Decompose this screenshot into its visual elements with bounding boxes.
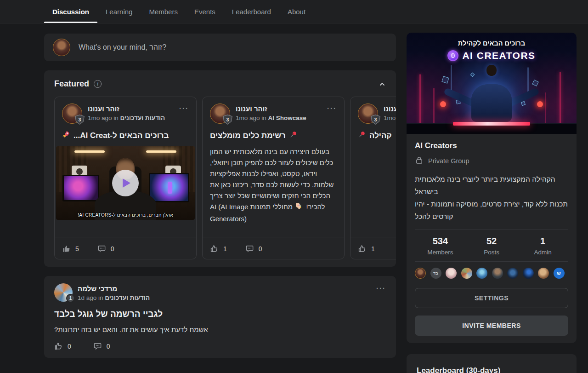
- featured-card-welcome[interactable]: 3 זוהר וענונו 1mo ago in הודעות ועדכונים…: [54, 97, 197, 259]
- post-composer[interactable]: What's on your mind, זוהר?: [44, 34, 396, 61]
- comment-icon[interactable]: [97, 244, 106, 253]
- play-button-icon[interactable]: [112, 170, 139, 196]
- figure-hand: [537, 101, 543, 107]
- author-avatar[interactable]: 3: [62, 103, 82, 124]
- group-stats: 534 Members 52 Posts 1 Admin: [415, 230, 568, 261]
- post-meta: 1mo ago in AI Showcase: [236, 115, 306, 121]
- video-thumbnail[interactable]: אהלן חברים, ברוכים הבאים ל-AI CREATORS!: [56, 146, 195, 220]
- chevron-up-icon[interactable]: [379, 80, 386, 88]
- tab-members[interactable]: Members: [141, 0, 186, 23]
- comment-icon[interactable]: [93, 342, 102, 350]
- group-cover-image[interactable]: ברוכים הבאים לקהילת AI CREATORS: [407, 33, 577, 134]
- invite-members-button[interactable]: INVITE MEMBERS: [415, 316, 568, 336]
- level-badge: 1: [66, 294, 75, 303]
- palette-icon: [296, 202, 303, 213]
- tab-learning[interactable]: Learning: [97, 0, 141, 23]
- member-avatar[interactable]: ש: [554, 268, 565, 279]
- top-nav: Discussion Learning Members Events Leade…: [0, 0, 588, 23]
- video-caption: אהלן חברים, ברוכים הבאים ל-AI CREATORS!: [56, 212, 195, 218]
- level-badge: 3: [371, 115, 380, 125]
- user-avatar[interactable]: [53, 39, 70, 56]
- featured-title: Featured: [54, 79, 89, 89]
- author-avatar[interactable]: 1: [54, 283, 73, 302]
- author-name[interactable]: זוהר וענונו: [88, 105, 165, 113]
- post-title: ברוכים הבאים ל-AI Creat...: [55, 131, 196, 141]
- category-link[interactable]: הודעות ועדכונים: [105, 294, 150, 301]
- member-avatar[interactable]: [523, 268, 534, 279]
- figure-head: [486, 65, 497, 76]
- more-menu-icon[interactable]: ···: [179, 103, 189, 112]
- level-badge: 3: [223, 115, 232, 125]
- tab-about[interactable]: About: [279, 0, 314, 23]
- leaderboard-card: Leaderboard (30-days): [407, 354, 577, 373]
- group-description: הקהילה המקצועית ביותר ליוצרי בינה מלאכות…: [415, 173, 568, 223]
- author-name[interactable]: זוהר וענונו: [384, 105, 396, 113]
- post-excerpt: למעלה ? היכנס ל עמוד התכנים שיש קבל תשוב…: [351, 146, 396, 227]
- cover-subtitle: ברוכים הבאים לקהילת: [407, 40, 577, 47]
- author-avatar[interactable]: 3: [210, 103, 230, 124]
- studio-light: [146, 150, 176, 153]
- comment-count: 0: [111, 245, 114, 252]
- post-meta: 1d ago in הודעות ועדכונים: [78, 294, 150, 301]
- tab-discussion[interactable]: Discussion: [44, 0, 97, 23]
- stat-posts[interactable]: 52 Posts: [466, 236, 517, 256]
- post-excerpt: בעולם היצירה עם בינה מלאכותית יש המון כל…: [203, 146, 344, 224]
- like-icon-filled[interactable]: [62, 244, 71, 253]
- post-google-signup[interactable]: 1 מרדכי שלמה 1d ago in הודעות ועדכונים ·…: [44, 276, 396, 358]
- member-avatar[interactable]: [507, 268, 518, 279]
- like-icon[interactable]: [54, 342, 63, 350]
- member-avatar[interactable]: [492, 268, 503, 279]
- divider: [415, 261, 568, 262]
- like-count: 1: [223, 245, 227, 252]
- member-avatar[interactable]: [415, 268, 426, 279]
- featured-card-tools[interactable]: 3 זוהר וענונו 1mo ago in AI Showcase ···…: [202, 97, 345, 259]
- tab-leaderboard[interactable]: Leaderboard: [224, 0, 279, 23]
- author-name[interactable]: זוהר וענונו: [236, 105, 306, 113]
- studio-light: [74, 150, 105, 153]
- figure-hand: [440, 101, 446, 107]
- stat-admins[interactable]: 1 Admin: [517, 236, 568, 256]
- stat-members[interactable]: 534 Members: [415, 236, 466, 256]
- like-icon[interactable]: [210, 244, 219, 253]
- brain-icon: [447, 50, 458, 61]
- like-count: 5: [75, 245, 79, 252]
- main-column: What's on your mind, זוהר? Featured i 3: [44, 34, 396, 358]
- featured-card-community[interactable]: 3 זוהר וענונו 1mo קהילה: [350, 97, 396, 259]
- figure-torso: [471, 84, 512, 122]
- like-icon[interactable]: [358, 244, 367, 253]
- post-title: רשימת כלים מומלצים: [203, 131, 344, 141]
- group-card: ברוכים הבאים לקהילת AI CREATORS AI Creat…: [407, 33, 577, 343]
- composer-placeholder: What's on your mind, זוהר?: [79, 43, 166, 52]
- author-avatar[interactable]: 3: [358, 103, 378, 124]
- comment-icon[interactable]: [245, 244, 254, 253]
- sidebar: ברוכים הבאים לקהילת AI CREATORS AI Creat…: [407, 33, 577, 373]
- member-avatar[interactable]: [476, 268, 487, 279]
- glowing-keyboard: [453, 122, 530, 126]
- member-avatar[interactable]: בד: [430, 268, 441, 279]
- like-count: 0: [68, 343, 71, 350]
- featured-cards-row: 3 זוהר וענונו 1mo ago in הודעות ועדכונים…: [54, 97, 396, 259]
- lock-icon: [415, 156, 424, 166]
- page: Discussion Learning Members Events Leade…: [0, 0, 588, 373]
- leaderboard-title: Leaderboard (30-days): [417, 366, 566, 373]
- level-badge: 3: [75, 115, 85, 125]
- info-icon[interactable]: i: [94, 80, 102, 88]
- more-menu-icon[interactable]: ···: [376, 283, 386, 292]
- rocket-icon: [62, 131, 70, 141]
- author-name[interactable]: מרדכי שלמה: [78, 285, 150, 293]
- member-avatars: בד ש: [415, 268, 568, 279]
- category-link[interactable]: הודעות ועדכונים: [120, 115, 165, 121]
- settings-button[interactable]: SETTINGS: [415, 288, 568, 308]
- member-avatar[interactable]: [461, 268, 472, 279]
- more-menu-icon[interactable]: ···: [327, 103, 337, 112]
- post-title: קהילה: [351, 131, 396, 141]
- member-avatar[interactable]: [538, 268, 549, 279]
- featured-section: Featured i 3 זוהר וענונו 1mo ago in ה: [44, 70, 396, 267]
- category-link[interactable]: AI Showcase: [268, 115, 306, 121]
- cover-title: AI CREATORS: [462, 50, 535, 61]
- member-avatar[interactable]: [446, 268, 457, 279]
- post-title[interactable]: לגביי הרשמה של גוגל בלבד: [54, 309, 386, 319]
- post-meta: 1mo: [384, 115, 396, 121]
- pushpin-icon: [358, 131, 366, 141]
- tab-events[interactable]: Events: [186, 0, 224, 23]
